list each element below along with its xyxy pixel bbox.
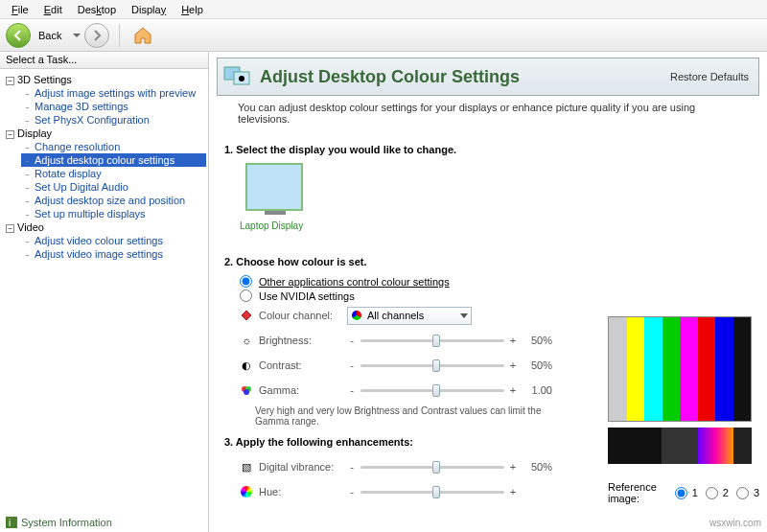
collapse-icon[interactable]: − bbox=[6, 130, 14, 139]
tree-item[interactable]: -Set PhysX Configuration bbox=[21, 113, 206, 127]
colour-bars-preview bbox=[608, 316, 752, 422]
step3-heading: 3. Apply the following enhancements: bbox=[224, 436, 600, 448]
home-button[interactable] bbox=[129, 23, 156, 48]
ref-opt-3[interactable]: 3 bbox=[736, 487, 759, 499]
radio-input[interactable] bbox=[240, 289, 252, 302]
tree-cat-video[interactable]: −Video bbox=[6, 220, 206, 234]
monitor-icon bbox=[245, 163, 303, 211]
tree-item[interactable]: -Set up multiple displays bbox=[21, 207, 206, 220]
ref-opt-2[interactable]: 2 bbox=[706, 487, 729, 499]
channel-label: Colour channel: bbox=[259, 310, 347, 321]
tree-item[interactable]: -Adjust video colour settings bbox=[21, 234, 206, 247]
gamma-value: 1.00 bbox=[518, 384, 552, 396]
tree-item[interactable]: -Adjust image settings with preview bbox=[21, 86, 206, 100]
menu-file[interactable]: FFileile bbox=[4, 2, 36, 17]
menu-display[interactable]: Display bbox=[124, 2, 174, 17]
task-tree: −3D Settings -Adjust image settings with… bbox=[0, 69, 208, 532]
page-description: You can adjust desktop colour settings f… bbox=[238, 102, 748, 125]
svg-rect-6 bbox=[6, 517, 17, 528]
gamma-icon bbox=[240, 383, 253, 397]
back-label: Back bbox=[35, 30, 67, 41]
ref-opt-1[interactable]: 1 bbox=[675, 487, 698, 499]
content-pane: Adjust Desktop Colour Settings Restore D… bbox=[209, 52, 767, 532]
sidebar-header: Select a Task... bbox=[0, 52, 208, 69]
tree-item[interactable]: -Manage 3D settings bbox=[21, 100, 206, 113]
menu-desktop[interactable]: Desktop bbox=[70, 2, 124, 17]
hue-slider[interactable] bbox=[360, 484, 504, 499]
banner-icon bbox=[223, 64, 252, 89]
brightness-slider[interactable] bbox=[360, 333, 504, 348]
display-name: Laptop Display bbox=[240, 220, 303, 231]
vibrance-slider[interactable] bbox=[360, 459, 504, 474]
tree-item[interactable]: -Set Up Digital Audio bbox=[21, 180, 206, 194]
gradient-preview bbox=[608, 428, 752, 464]
reference-image-row: Reference image: 1 2 3 bbox=[608, 481, 759, 504]
ref-label: Reference image: bbox=[608, 481, 667, 504]
chevron-down-icon bbox=[460, 313, 468, 318]
brightness-row: ☼ Brightness: - + 50% bbox=[240, 329, 600, 352]
radio-input[interactable] bbox=[240, 275, 252, 288]
swatch-icon bbox=[352, 311, 361, 320]
gamma-note: Very high and very low Brightness and Co… bbox=[255, 405, 543, 427]
sidebar: Select a Task... −3D Settings -Adjust im… bbox=[0, 52, 209, 532]
info-icon: i bbox=[6, 517, 17, 528]
vibrance-icon: ▧ bbox=[240, 460, 253, 474]
tree-item[interactable]: -Change resolution bbox=[21, 140, 206, 153]
tree-item[interactable]: -Rotate display bbox=[21, 167, 206, 180]
brightness-icon: ☼ bbox=[240, 334, 253, 347]
brightness-value: 50% bbox=[518, 335, 552, 346]
svg-point-2 bbox=[239, 76, 244, 81]
menu-help[interactable]: Help bbox=[174, 2, 211, 17]
step1-heading: 1. Select the display you would like to … bbox=[224, 144, 600, 155]
radio-nvidia[interactable]: Use NVIDIA settings bbox=[240, 289, 600, 302]
contrast-slider[interactable] bbox=[360, 358, 504, 373]
watermark: wsxwin.com bbox=[709, 518, 761, 528]
menubar: FFileile Edit Desktop Display Help bbox=[0, 0, 767, 19]
colour-channel-row: Colour channel: All channels bbox=[240, 304, 600, 327]
tree-item-selected[interactable]: -Adjust desktop colour settings bbox=[21, 153, 206, 167]
channel-select[interactable]: All channels bbox=[347, 307, 472, 325]
contrast-value: 50% bbox=[518, 359, 552, 371]
contrast-icon: ◐ bbox=[240, 359, 253, 372]
tree-item[interactable]: -Adjust video image settings bbox=[21, 247, 206, 261]
tree-cat-3d[interactable]: −3D Settings bbox=[6, 73, 206, 86]
system-information-link[interactable]: i System Information bbox=[6, 517, 112, 528]
svg-point-5 bbox=[244, 389, 249, 395]
back-button[interactable] bbox=[6, 23, 31, 48]
gamma-row: Gamma: - + 1.00 bbox=[240, 379, 600, 402]
page-title: Adjust Desktop Colour Settings bbox=[252, 67, 670, 87]
toolbar-separator bbox=[119, 24, 120, 47]
back-dropdown-icon[interactable] bbox=[73, 34, 81, 37]
display-selector[interactable]: Laptop Display bbox=[224, 163, 303, 231]
hue-row: Hue: - + bbox=[240, 480, 600, 503]
radio-other-apps[interactable]: Other applications control colour settin… bbox=[240, 275, 600, 288]
contrast-row: ◐ Contrast: - + 50% bbox=[240, 354, 600, 377]
hue-icon bbox=[240, 485, 253, 498]
tree-item[interactable]: -Adjust desktop size and position bbox=[21, 194, 206, 207]
toolbar: Back bbox=[0, 19, 767, 52]
restore-defaults-link[interactable]: Restore Defaults bbox=[670, 71, 749, 82]
gamma-slider[interactable] bbox=[360, 382, 504, 398]
step2-heading: 2. Choose how colour is set. bbox=[224, 256, 600, 267]
menu-edit[interactable]: Edit bbox=[36, 2, 70, 17]
tree-cat-display[interactable]: −Display bbox=[6, 127, 206, 140]
page-banner: Adjust Desktop Colour Settings Restore D… bbox=[217, 58, 759, 96]
vibrance-value: 50% bbox=[518, 461, 552, 473]
vibrance-row: ▧ Digital vibrance: - + 50% bbox=[240, 455, 600, 478]
svg-text:i: i bbox=[9, 518, 11, 528]
collapse-icon[interactable]: − bbox=[6, 77, 14, 85]
forward-button[interactable] bbox=[84, 23, 109, 48]
channel-icon bbox=[240, 309, 253, 322]
collapse-icon[interactable]: − bbox=[6, 224, 14, 233]
